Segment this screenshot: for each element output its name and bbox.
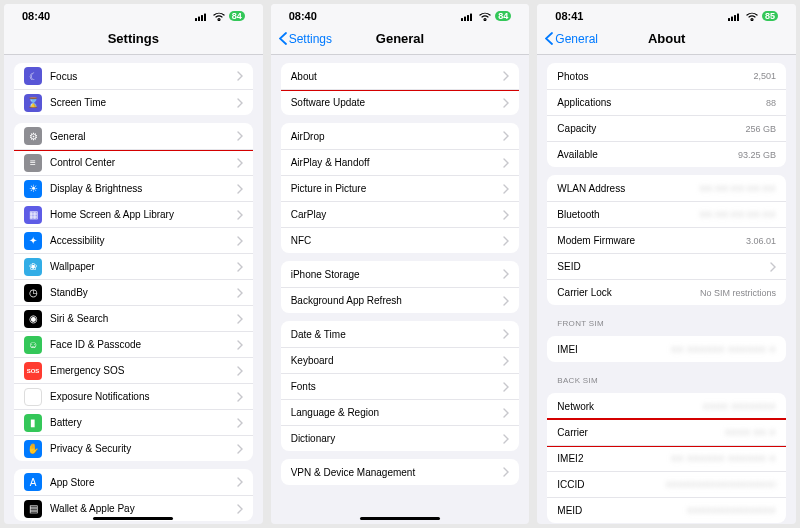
settings-row[interactable]: Keyboard [281,347,520,373]
row-label: Home Screen & App Library [50,209,231,220]
row-label: Wallet & Apple Pay [50,503,231,514]
settings-row[interactable]: ▦ Home Screen & App Library [14,201,253,227]
nav-bar: Settings [4,25,263,55]
row-value-redacted: XXXXXXXXXXXXXX [687,506,776,515]
settings-row[interactable]: Available 93.25 GB [547,141,786,167]
back-button[interactable]: Settings [279,32,332,46]
settings-row[interactable]: Carrier XXXX XX.X [547,419,786,445]
settings-row[interactable]: ⚙ General [14,123,253,149]
settings-row[interactable]: Picture in Picture [281,175,520,201]
chevron-right-icon [503,356,509,366]
group-header: BACK SIM [557,376,776,385]
settings-row[interactable]: Capacity 256 GB [547,115,786,141]
settings-row[interactable]: ◉ Siri & Search [14,305,253,331]
settings-row[interactable]: Software Update [281,89,520,115]
page-title: Settings [108,31,159,46]
chevron-right-icon [770,262,776,272]
row-label: About [291,71,498,82]
settings-row[interactable]: MEID XXXXXXXXXXXXXX [547,497,786,523]
settings-row[interactable]: IMEI2 XX XXXXXX XXXXXX X [547,445,786,471]
settings-row[interactable]: CarPlay [281,201,520,227]
settings-group: AboutSoftware Update [281,63,520,115]
svg-rect-5 [464,16,466,21]
settings-row[interactable]: ⌛ Screen Time [14,89,253,115]
settings-row[interactable]: ✺ Exposure Notifications [14,383,253,409]
settings-row[interactable]: AirDrop [281,123,520,149]
settings-row[interactable]: Carrier Lock No SIM restrictions [547,279,786,305]
settings-row[interactable]: iPhone Storage [281,261,520,287]
settings-row[interactable]: Bluetooth XX:XX:XX:XX:XX [547,201,786,227]
hand-icon: ✋ [24,440,42,458]
home-indicator[interactable] [93,517,173,520]
chevron-right-icon [503,382,509,392]
chevron-right-icon [503,98,509,108]
settings-row[interactable]: ❀ Wallpaper [14,253,253,279]
row-label: NFC [291,235,498,246]
settings-row[interactable]: Network XXXX XXXXXXX [547,393,786,419]
settings-row[interactable]: NFC [281,227,520,253]
settings-row[interactable]: VPN & Device Management [281,459,520,485]
row-label: Keyboard [291,355,498,366]
settings-group: iPhone StorageBackground App Refresh [281,261,520,313]
hourglass-icon: ⌛ [24,94,42,112]
settings-group: ⚙ General ≡ Control Center ☀ Display & B… [14,123,253,461]
clock-icon: ◷ [24,284,42,302]
svg-rect-2 [201,15,203,21]
row-label: Language & Region [291,407,498,418]
settings-row[interactable]: AirPlay & Handoff [281,149,520,175]
flower-icon: ❀ [24,258,42,276]
sos-icon: SOS [24,362,42,380]
chevron-right-icon [237,210,243,220]
group-header: FRONT SIM [557,319,776,328]
settings-row[interactable]: ✋ Privacy & Security [14,435,253,461]
settings-row[interactable]: WLAN Address XX:XX:XX:XX:XX [547,175,786,201]
settings-row[interactable]: Applications 88 [547,89,786,115]
settings-row[interactable]: Date & Time [281,321,520,347]
chevron-right-icon [237,158,243,168]
content[interactable]: ☾ Focus ⌛ Screen Time ⚙ General ≡ Contro… [4,55,263,524]
settings-row[interactable]: SOS Emergency SOS [14,357,253,383]
chevron-right-icon [503,329,509,339]
back-button[interactable]: General [545,32,598,46]
screen-settings: 08:40 84 Settings ☾ Focus ⌛ Screen Time … [4,4,263,524]
settings-row[interactable]: Photos 2,501 [547,63,786,89]
row-label: Screen Time [50,97,231,108]
chevron-right-icon [503,236,509,246]
settings-row[interactable]: ✦ Accessibility [14,227,253,253]
signal-icon [728,12,742,21]
chevron-right-icon [237,131,243,141]
chevron-right-icon [237,288,243,298]
home-indicator[interactable] [360,517,440,520]
settings-group: ☾ Focus ⌛ Screen Time [14,63,253,115]
settings-row[interactable]: ☾ Focus [14,63,253,89]
svg-rect-7 [470,13,472,21]
row-label: Control Center [50,157,231,168]
settings-row[interactable]: A App Store [14,469,253,495]
content[interactable]: AboutSoftware UpdateAirDropAirPlay & Han… [271,55,530,524]
person-icon: ✦ [24,232,42,250]
settings-row[interactable]: IMEI XX XXXXXX XXXXXX X [547,336,786,362]
settings-row[interactable]: ≡ Control Center [14,149,253,175]
settings-row[interactable]: ▮ Battery [14,409,253,435]
moon-icon: ☾ [24,67,42,85]
settings-row[interactable]: Fonts [281,373,520,399]
row-label: Applications [557,97,766,108]
grid-icon: ▦ [24,206,42,224]
settings-row[interactable]: ☺ Face ID & Passcode [14,331,253,357]
settings-row[interactable]: ◷ StandBy [14,279,253,305]
signal-icon [195,12,209,21]
content[interactable]: Photos 2,501 Applications 88 Capacity 25… [537,55,796,524]
settings-row[interactable]: ICCID XXXXXXXXXXXXXXXXXXX [547,471,786,497]
svg-rect-9 [731,16,733,21]
clock: 08:40 [289,10,317,22]
switches-icon: ≡ [24,154,42,172]
settings-group: VPN & Device Management [281,459,520,485]
settings-row[interactable]: Dictionary [281,425,520,451]
settings-row[interactable]: ☀ Display & Brightness [14,175,253,201]
settings-row[interactable]: Background App Refresh [281,287,520,313]
chevron-right-icon [503,210,509,220]
settings-row[interactable]: Language & Region [281,399,520,425]
settings-row[interactable]: Modem Firmware 3.06.01 [547,227,786,253]
settings-row[interactable]: About [281,63,520,89]
settings-row[interactable]: SEID [547,253,786,279]
